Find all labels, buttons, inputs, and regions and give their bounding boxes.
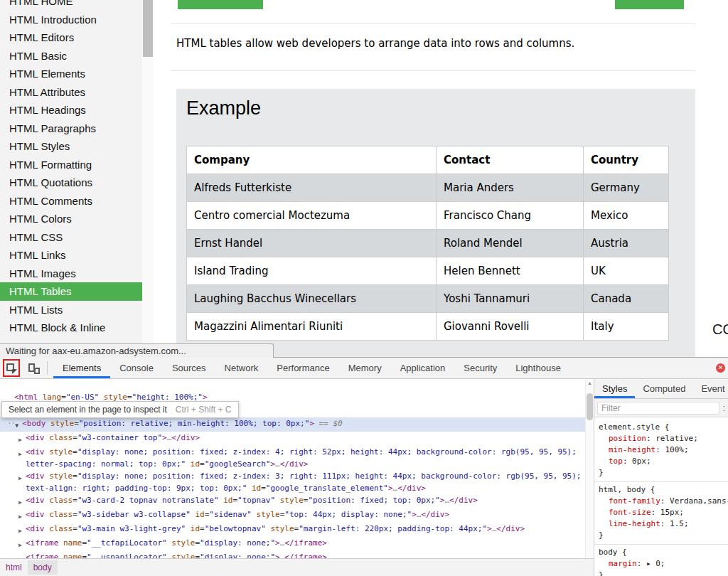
styles-tabs: StylesComputedEvent Listeners (594, 379, 728, 399)
tooltip-shortcut: Ctrl + Shift + C (176, 405, 232, 415)
css-property[interactable]: margin: ▸ 0; (599, 558, 724, 570)
toolbar-spacer (570, 358, 716, 378)
table-cell: Italy (584, 313, 669, 341)
dom-node-line[interactable]: ··▼<body style="position: relative; min-… (0, 417, 585, 432)
dom-node-line[interactable]: ▶<div class="w3-sidebar w3-collapse" id=… (0, 508, 585, 523)
device-toolbar-icon[interactable] (28, 363, 40, 374)
css-property[interactable]: min-height: 100%; (599, 444, 724, 456)
collapse-arrow-icon[interactable]: ▼ (15, 417, 22, 432)
css-rule: html, body {font-family: Verdana,sans-se… (594, 482, 728, 545)
breadcrumb-body[interactable]: body (28, 560, 58, 575)
sidebar-item[interactable]: HTML Headings (0, 101, 142, 119)
expand-arrow-icon[interactable]: ▶ (18, 432, 26, 446)
sidebar-item[interactable]: HTML Attributes (0, 83, 142, 102)
table-row: Island TradingHelen BennettUK (187, 257, 669, 285)
sidebar-item[interactable]: HTML Block & Inline (0, 319, 142, 337)
css-property[interactable]: position: relative; (599, 433, 724, 444)
elements-scrollbar-thumb[interactable] (587, 393, 593, 420)
sidebar-item[interactable]: HTML Basic (0, 47, 142, 65)
devtools-tab-lighthouse[interactable]: Lighthouse (506, 358, 570, 378)
devtools-tab-memory[interactable]: Memory (339, 358, 391, 378)
toolbar-separator (47, 361, 48, 375)
devtools-tab-security[interactable]: Security (454, 358, 506, 378)
table-cell: Austria (584, 230, 669, 257)
divider (171, 23, 695, 24)
table-header-cell: Country (584, 146, 669, 174)
table-header-cell: Company (187, 146, 437, 174)
styles-filter-input[interactable] (597, 402, 719, 415)
devtools-toolbar: ◤ ElementsConsoleSourcesNetworkPerforman… (0, 358, 728, 379)
expand-arrow-icon[interactable]: ▶ (18, 508, 26, 523)
styles-tab-styles[interactable]: Styles (594, 379, 635, 398)
demo-table: CompanyContactCountry Alfreds Futterkist… (186, 146, 669, 341)
sidebar-scrollbar[interactable] (142, 0, 154, 343)
dom-node-line[interactable]: ▶<iframe name="__tcfapiLocator" style="d… (0, 537, 585, 551)
devtools-body: Select an element in the page to inspect… (0, 379, 728, 576)
expand-arrow-icon[interactable]: ▶ (18, 537, 26, 551)
no-arrow (7, 391, 14, 393)
dom-node-line[interactable]: ▶<div style="display: none; position: fi… (0, 446, 585, 470)
css-rule: body {margin: ▸ 0;} (594, 545, 728, 576)
sidebar-item[interactable]: HTML Styles (0, 137, 142, 156)
css-property[interactable]: top: 0px; (599, 456, 724, 467)
expand-arrow-icon[interactable]: ▶ (18, 551, 26, 558)
dom-node-line[interactable]: ▶<div class="w3-card-2 topnav notranslat… (0, 494, 585, 508)
next-button[interactable] (615, 0, 684, 9)
sidebar-item[interactable]: HTML Links (0, 246, 142, 265)
sidebar-item[interactable]: HTML CSS (0, 228, 142, 247)
inspect-annotation-box[interactable]: ◤ (3, 359, 20, 377)
breadcrumb-html[interactable]: html (0, 560, 28, 575)
sidebar-item[interactable]: HTML HOME (0, 0, 142, 11)
sidebar-item[interactable]: HTML Elements (0, 65, 142, 83)
sidebar-item[interactable]: HTML Images (0, 265, 142, 283)
devtools: ◤ ElementsConsoleSourcesNetworkPerforman… (0, 357, 728, 576)
expand-arrow-icon[interactable]: ▶ (18, 523, 26, 537)
divider (171, 70, 695, 71)
table-row: Alfreds FutterkisteMaria AndersGermany (187, 174, 669, 202)
elements-scrollbar[interactable]: ▲ (585, 379, 594, 558)
sidebar-item[interactable]: HTML Tables (0, 282, 142, 301)
css-property[interactable]: font-family: Verdana,sans-serif; (599, 496, 724, 507)
expand-arrow-icon[interactable]: ▶ (18, 446, 26, 460)
css-rule: element.style {position: relative;min-he… (594, 420, 728, 482)
dom-node-line[interactable]: ▶<iframe name="__uspapiLocator" style="d… (0, 551, 585, 558)
devtools-tab-sources[interactable]: Sources (163, 358, 215, 378)
expand-arrow-icon[interactable]: ▶ (18, 494, 26, 508)
dom-node-line[interactable]: ▶<div class="w3-container top">…</div> (0, 432, 585, 446)
sidebar-item[interactable]: HTML Lists (0, 301, 142, 319)
css-property[interactable]: font-size: 15px; (599, 507, 724, 518)
styles-filter-bar: : (594, 399, 728, 417)
sidebar-item[interactable]: HTML Introduction (0, 11, 142, 29)
table-row: Magazzini Alimentari RiunitiGiovanni Rov… (187, 313, 669, 341)
styles-tab-event-listeners[interactable]: Event Listeners (693, 379, 728, 398)
sidebar-item[interactable]: HTML Comments (0, 192, 142, 210)
sidebar-item[interactable]: HTML Paragraphs (0, 119, 142, 138)
dom-node-line[interactable]: ▶<div style="display: none; position: fi… (0, 470, 585, 494)
sidebar-item[interactable]: HTML Formatting (0, 156, 142, 174)
expand-arrow-icon[interactable]: ▶ (18, 470, 26, 484)
css-property[interactable]: line-height: 1.5; (599, 518, 724, 530)
sidebar-item[interactable]: HTML Editors (0, 28, 142, 47)
tutorial-sidebar: HTML HOMEHTML IntroductionHTML EditorsHT… (0, 0, 142, 358)
sidebar-item[interactable]: HTML Colors (0, 210, 142, 228)
styles-tab-computed[interactable]: Computed (635, 379, 693, 398)
inspect-element-icon[interactable]: ◤ (6, 363, 17, 373)
table-header-cell: Contact (437, 146, 584, 174)
sidebar-scrollbar-thumb[interactable] (143, 0, 153, 57)
screen: HTML HOMEHTML IntroductionHTML EditorsHT… (0, 0, 728, 576)
previous-button[interactable] (178, 0, 263, 9)
devtools-tab-performance[interactable]: Performance (267, 358, 338, 378)
table-cell: Maria Anders (437, 174, 584, 202)
hov-toggle-cut[interactable]: : (723, 403, 725, 413)
error-count-badge[interactable]: ✕ (716, 363, 725, 373)
sidebar-item[interactable]: HTML Quotations (0, 174, 142, 192)
devtools-tab-application[interactable]: Application (391, 358, 455, 378)
table-cell: Canada (584, 285, 669, 313)
dom-node-line[interactable]: ▶<div class="w3-main w3-light-grey" id="… (0, 523, 585, 537)
devtools-tab-network[interactable]: Network (215, 358, 268, 378)
scrollbar-up-arrow-icon[interactable]: ▲ (586, 380, 594, 385)
table-cell: Magazzini Alimentari Riuniti (187, 313, 437, 341)
table-cell: Helen Bennett (437, 257, 584, 285)
devtools-tab-console[interactable]: Console (110, 358, 163, 378)
devtools-tab-elements[interactable]: Elements (53, 358, 110, 378)
